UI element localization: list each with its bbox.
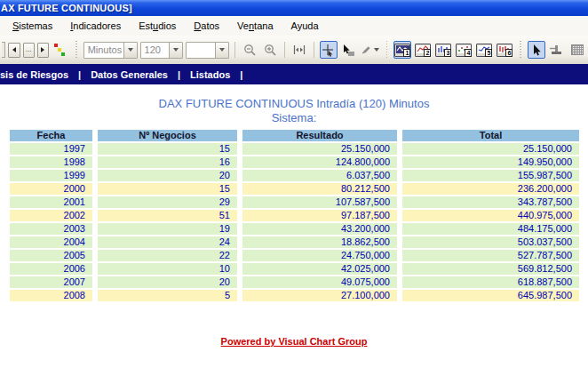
select-objects-button[interactable] — [340, 41, 358, 59]
table-row: 1999206.037,500155.987,500 — [10, 170, 579, 181]
pointer-button[interactable] — [528, 41, 545, 59]
window-titlebar[interactable]: AX FUTURE CONTINUOUS] — [0, 0, 588, 16]
systems-button[interactable] — [52, 41, 69, 59]
main-toolbar: ... Minutos 120 1 — [0, 36, 588, 64]
tab-separator: | — [240, 69, 242, 80]
menu-bar: Sistemas Indicadores Estudios Datos Vent… — [0, 16, 588, 36]
compression-select[interactable] — [186, 42, 229, 59]
report-title: DAX FUTURE CONTINUOUS Intradía (120) Min… — [0, 97, 588, 110]
chart-view-5-button[interactable]: 5 — [475, 41, 493, 59]
window-title: AX FUTURE CONTINUOUS] — [1, 3, 132, 13]
tab-analisis-de-riesgos[interactable]: sis de Riesgos — [0, 69, 68, 80]
powered-by-link[interactable]: Powered by Visual Chart Group — [221, 336, 368, 347]
systems-icon — [53, 44, 67, 57]
pointer-icon — [530, 44, 544, 57]
table-row: 20031943.200,000484.175,000 — [10, 223, 579, 235]
table-row: 20061042.025,000569.812,500 — [10, 263, 579, 275]
period-select[interactable]: 120 — [140, 42, 184, 59]
report-content: DAX FUTURE CONTINUOUS Intradía (120) Min… — [0, 97, 588, 347]
draw-pen-button[interactable] — [361, 41, 380, 59]
zoom-out-icon — [243, 44, 257, 57]
separator — [314, 42, 314, 58]
chart-view-1-button[interactable]: 1 — [393, 41, 411, 59]
menu-datos[interactable]: Datos — [185, 18, 228, 34]
chart-monitor-icon: 6 — [497, 44, 513, 57]
menu-ayuda[interactable]: Ayuda — [282, 18, 328, 34]
menu-ventana[interactable]: Ventana — [228, 18, 282, 34]
next-button[interactable] — [37, 43, 49, 58]
chevron-down-icon[interactable] — [123, 43, 137, 58]
fit-axis-icon — [293, 44, 306, 55]
table-row: 20052224.750,000527.787,500 — [10, 250, 579, 261]
report-tabbar: sis de Riesgos | Datos Generales | Lista… — [0, 64, 588, 84]
table-row: 20025197.187,500440.975,000 — [10, 210, 579, 221]
tab-separator: | — [78, 69, 81, 80]
chevron-down-icon[interactable] — [374, 48, 379, 52]
table-row: 20072049.075,000618.887,500 — [10, 276, 579, 288]
table-row: 19971525.150,00025.150,000 — [10, 143, 579, 155]
results-table: Fecha Nº Negocios Resultado Total 199715… — [4, 128, 584, 303]
column-header-negocios: Nº Negocios — [98, 130, 237, 141]
pin-icon — [550, 44, 564, 56]
more-button[interactable]: ... — [23, 43, 35, 58]
chart-view-6-button[interactable]: 6 — [496, 41, 513, 59]
fit-axis-button[interactable] — [290, 41, 308, 59]
pen-icon — [362, 44, 371, 56]
chevron-down-icon[interactable] — [215, 43, 228, 58]
report-subtitle: Sistema: — [0, 111, 588, 124]
chart-view-2-button[interactable]: 2 — [414, 41, 432, 59]
table-row: 199816124.800,000149.950,000 — [10, 156, 579, 168]
prev-button[interactable] — [8, 43, 20, 58]
chart-monitor-icon: 4 — [456, 44, 472, 57]
zoom-in-icon — [264, 44, 277, 57]
tab-listados[interactable]: Listados — [190, 69, 230, 80]
pattern-icon — [571, 44, 584, 55]
chart-monitor-icon: 5 — [476, 44, 492, 57]
zoom-in-button[interactable] — [261, 41, 279, 59]
left-arrow-icon — [12, 47, 16, 52]
separator — [234, 42, 235, 58]
column-header-fecha: Fecha — [10, 130, 92, 141]
pointer-box-icon — [342, 44, 355, 57]
column-header-resultado: Resultado — [242, 130, 397, 141]
zoom-out-button[interactable] — [241, 41, 258, 59]
chart-view-3-button[interactable]: 3 — [434, 41, 452, 59]
table-header-row: Fecha Nº Negocios Resultado Total — [10, 130, 579, 141]
table-row: 20001580.212,500236.200,000 — [10, 183, 579, 195]
right-arrow-icon — [41, 47, 44, 52]
menu-sistemas[interactable]: Sistemas — [4, 18, 61, 34]
crosshair-icon — [322, 44, 335, 57]
tab-separator: | — [178, 69, 180, 80]
chart-monitor-icon: 3 — [435, 44, 451, 57]
ellipsis-icon: ... — [26, 47, 32, 52]
timeframe-select[interactable]: Minutos — [83, 42, 138, 59]
chart-monitor-icon: 1 — [394, 44, 410, 57]
chevron-down-icon[interactable] — [169, 43, 182, 58]
table-row: 20042418.862,500503.037,500 — [10, 236, 579, 248]
menu-estudios[interactable]: Estudios — [130, 18, 185, 34]
toolbar-grip[interactable] — [520, 41, 521, 59]
table-row: 2008527.100,000645.987,500 — [10, 290, 579, 301]
column-header-total: Total — [402, 130, 579, 141]
toolbar-grip[interactable] — [386, 41, 388, 59]
tab-datos-generales[interactable]: Datos Generales — [91, 69, 168, 80]
pin-label-button[interactable] — [548, 41, 566, 59]
fill-pattern-button[interactable] — [568, 41, 586, 59]
chart-monitor-icon: 2 — [415, 44, 431, 57]
toolbar-grip[interactable] — [75, 41, 77, 59]
chart-view-4-button[interactable]: 4 — [455, 41, 473, 59]
clipped-button[interactable] — [2, 42, 5, 58]
crosshair-cursor-button[interactable] — [320, 41, 338, 59]
table-row: 200129107.587,500343.787,500 — [10, 196, 579, 208]
separator — [284, 42, 285, 58]
menu-indicadores[interactable]: Indicadores — [61, 18, 130, 34]
